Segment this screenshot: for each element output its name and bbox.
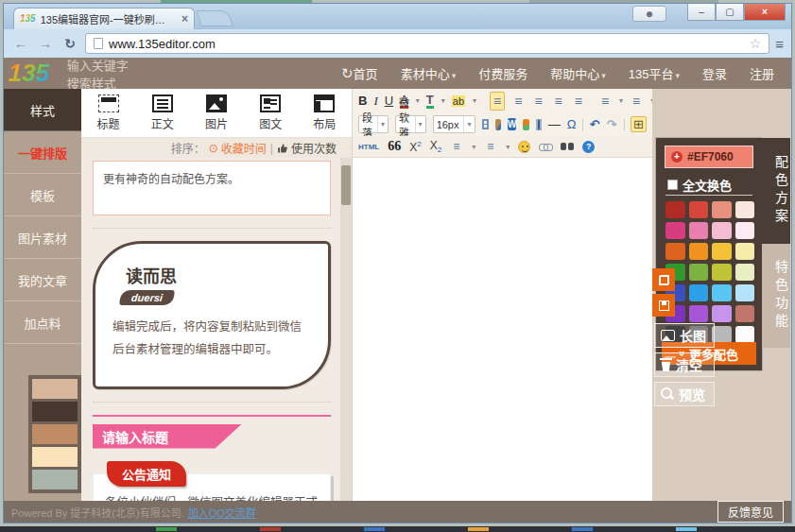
palette-swatch[interactable] bbox=[32, 379, 78, 399]
color-swatch[interactable] bbox=[735, 222, 755, 239]
palette-swatch[interactable] bbox=[32, 424, 78, 444]
link-icon[interactable] bbox=[539, 143, 552, 150]
taskbar-item[interactable] bbox=[156, 527, 177, 531]
paste-icon[interactable] bbox=[495, 119, 501, 130]
palette-swatch[interactable] bbox=[32, 447, 78, 467]
category-title[interactable]: 标题 bbox=[97, 94, 120, 131]
clear-button[interactable]: 清空 bbox=[654, 352, 715, 377]
close-button[interactable]: × bbox=[744, 4, 786, 21]
reload-icon[interactable]: ↻ bbox=[60, 34, 79, 53]
align-center-button[interactable]: ≡ bbox=[511, 93, 525, 110]
fullscreen-icon[interactable]: ⊞ bbox=[631, 116, 647, 132]
editor-canvas[interactable] bbox=[353, 158, 652, 501]
nav-help-center[interactable]: 帮助中心▾ bbox=[550, 64, 606, 82]
bookmark-star-icon[interactable]: ☆ bbox=[750, 36, 762, 51]
nav-login[interactable]: 登录 bbox=[702, 64, 727, 82]
emoji-icon[interactable] bbox=[518, 141, 530, 153]
sort-by-usage-count[interactable]: 使用次数 bbox=[277, 140, 337, 156]
sidebar-item-my-articles[interactable]: 我的文章 bbox=[4, 259, 81, 301]
tab-color-scheme[interactable]: 配色方案 bbox=[762, 138, 790, 244]
style-card-autocolor[interactable]: 更有神奇的自动配色方案。 bbox=[93, 161, 331, 215]
indent-button[interactable]: ≡ bbox=[572, 93, 585, 110]
html-source-button[interactable]: HTML bbox=[358, 143, 379, 151]
color-swatch[interactable] bbox=[735, 243, 755, 260]
address-bar[interactable]: www.135editor.com ☆ bbox=[85, 33, 769, 54]
nav-material-center[interactable]: 素材中心▾ bbox=[401, 64, 457, 82]
color-swatch[interactable] bbox=[712, 201, 732, 218]
taskbar-item[interactable] bbox=[572, 527, 593, 531]
minimize-button[interactable]: – bbox=[687, 4, 716, 21]
color-swatch[interactable] bbox=[735, 201, 755, 218]
sidebar-item-one-key-layout[interactable]: 一键排版 bbox=[4, 131, 81, 174]
color-swatch[interactable] bbox=[689, 284, 709, 301]
highlight-button[interactable]: ab bbox=[452, 95, 465, 107]
color-swatch[interactable] bbox=[735, 264, 755, 281]
color-swatch[interactable] bbox=[712, 243, 732, 260]
taskbar-item[interactable] bbox=[676, 527, 697, 531]
new-tab-button[interactable] bbox=[196, 10, 233, 26]
nav-135-platform[interactable]: 135平台▾ bbox=[629, 64, 680, 82]
browser-tab[interactable]: 135 135编辑器官网-一键秒刷… × bbox=[13, 8, 195, 29]
underline-button[interactable]: U bbox=[385, 94, 393, 108]
color-swatch[interactable] bbox=[712, 305, 732, 322]
bold-button[interactable]: B bbox=[358, 94, 367, 108]
add-color-icon[interactable]: + bbox=[671, 151, 683, 163]
align-left-button[interactable]: ≡ bbox=[490, 92, 505, 111]
nav-home[interactable]: 首页 bbox=[354, 64, 378, 82]
chevron-down-icon[interactable]: ▾ bbox=[506, 143, 510, 151]
color-swatch[interactable] bbox=[665, 243, 685, 260]
sidebar-item-image-material[interactable]: 图片素材 bbox=[4, 216, 81, 259]
taskbar-item[interactable] bbox=[468, 527, 489, 531]
letter-spacing-button[interactable]: ≡ bbox=[598, 93, 612, 110]
chevron-down-icon[interactable]: ▾ bbox=[473, 96, 476, 105]
tab-special-features[interactable]: 特色功能 bbox=[762, 244, 790, 348]
theme-palette[interactable] bbox=[28, 375, 81, 493]
category-image[interactable]: 图片 bbox=[205, 94, 228, 131]
style-card-title-flag[interactable]: 请输入标题 bbox=[93, 424, 242, 449]
background-color-button[interactable]: T bbox=[426, 94, 434, 109]
chevron-down-icon[interactable]: ▾ bbox=[416, 96, 420, 105]
profile-button[interactable]: ☻ bbox=[632, 6, 666, 22]
current-color-chip[interactable]: + #EF7060 bbox=[665, 146, 753, 168]
help-icon[interactable]: ? bbox=[582, 141, 595, 153]
nav-register[interactable]: 注册 bbox=[750, 64, 774, 82]
unordered-list-button[interactable]: ≡ bbox=[484, 139, 496, 154]
style-card-notice[interactable]: 公告通知 各位小伙伴们，微信图文美化编辑器正式上线了，欢迎大家多使用多提供反馈意… bbox=[93, 473, 331, 502]
redo-icon[interactable]: ↷ bbox=[607, 117, 617, 131]
align-justify-button[interactable]: ≡ bbox=[552, 93, 565, 110]
color-swatch[interactable] bbox=[665, 201, 685, 218]
color-swatch[interactable] bbox=[712, 284, 732, 301]
site-logo[interactable]: 135 bbox=[4, 58, 54, 89]
paragraph-select[interactable]: 段落▾ bbox=[358, 115, 389, 133]
taskbar-item[interactable] bbox=[260, 527, 281, 531]
color-swatch[interactable] bbox=[689, 243, 709, 260]
sidebar-item-templates[interactable]: 模板 bbox=[4, 174, 81, 216]
sidebar-item-extras[interactable]: 加点料 bbox=[4, 301, 81, 344]
color-swatch[interactable] bbox=[689, 201, 709, 218]
url-text[interactable]: www.135editor.com bbox=[109, 37, 216, 51]
full-text-recolor-toggle[interactable]: 全文换色 bbox=[667, 176, 732, 194]
special-char-icon[interactable]: Ω bbox=[567, 117, 577, 131]
category-body-text[interactable]: 正文 bbox=[151, 94, 174, 131]
category-layout[interactable]: 布局 bbox=[313, 94, 336, 131]
blockquote-icon[interactable]: 66 bbox=[388, 139, 401, 154]
color-swatch[interactable] bbox=[735, 326, 755, 343]
checkbox[interactable] bbox=[667, 180, 678, 190]
qq-group-link[interactable]: 加入QQ交流群 bbox=[188, 505, 256, 520]
horizontal-rule-icon[interactable]: — bbox=[548, 117, 561, 131]
color-swatch[interactable] bbox=[712, 326, 732, 343]
font-family-select[interactable]: 微软雅黑▾ bbox=[395, 115, 426, 133]
table-icon[interactable] bbox=[482, 119, 489, 129]
color-swatch[interactable] bbox=[735, 305, 755, 322]
sort-by-favorite-time[interactable]: ⊙收藏时间 bbox=[209, 140, 267, 156]
word-import-icon[interactable]: W bbox=[508, 118, 516, 130]
forward-icon[interactable]: → bbox=[36, 34, 55, 53]
copy-button[interactable] bbox=[652, 268, 675, 291]
italic-button[interactable]: I bbox=[373, 94, 377, 109]
refresh-icon[interactable]: ↻ bbox=[341, 65, 354, 82]
color-swatch[interactable] bbox=[689, 222, 709, 239]
search-input[interactable]: 输入关键字搜索样式 bbox=[67, 58, 138, 92]
color-swatch[interactable] bbox=[712, 264, 732, 281]
subscript-button[interactable]: X2 bbox=[430, 139, 441, 154]
color-swatch[interactable] bbox=[689, 264, 709, 281]
